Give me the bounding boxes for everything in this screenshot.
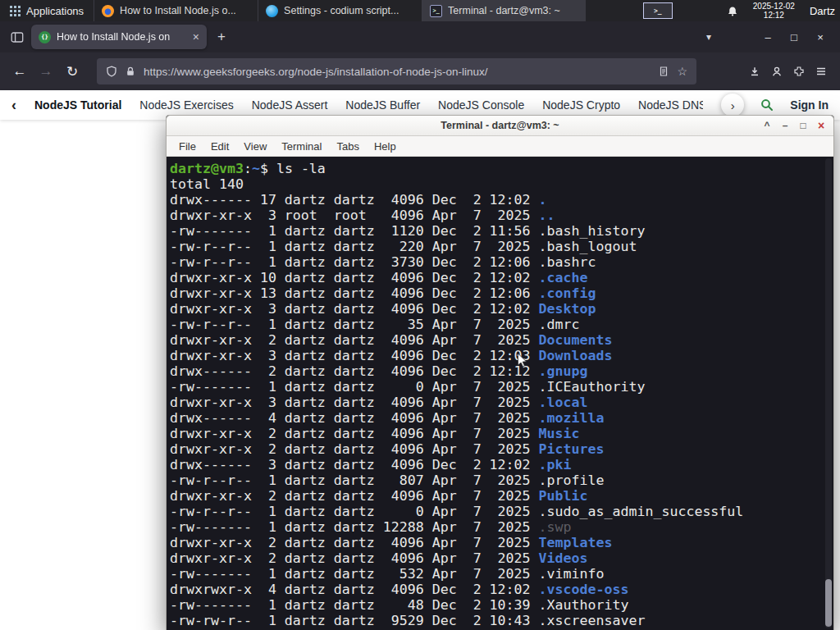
terminal-line: -rw-r--r-- 1 dartz dartz 0 Apr 7 2025 .s… bbox=[170, 504, 833, 519]
browser-tab[interactable]: {} How to Install Node.js on × bbox=[31, 25, 207, 49]
task-title: Settings - codium script... bbox=[284, 5, 399, 16]
tray-terminal-icon[interactable]: >_ bbox=[643, 2, 673, 19]
clock[interactable]: 2025-12-02 12:12 bbox=[753, 2, 795, 20]
nav-link[interactable]: NodeJS Assert bbox=[252, 98, 328, 112]
terminal-line: drwxr-xr-x 13 dartz dartz 4096 Dec 2 12:… bbox=[170, 285, 833, 301]
clock-time: 12:12 bbox=[753, 11, 795, 20]
nav-link[interactable]: NodeJS Buffer bbox=[345, 98, 420, 112]
terminal-window: Terminal - dartz@vm3: ~ ^ – □ × FileEdit… bbox=[166, 115, 834, 630]
terminal-menu-help[interactable]: Help bbox=[367, 140, 404, 153]
terminal-line: drwx------ 2 dartz dartz 4096 Dec 2 12:1… bbox=[170, 363, 833, 379]
sign-in-button[interactable]: Sign In bbox=[790, 98, 829, 112]
task-title: Terminal - dartz@vm3: ~ bbox=[448, 5, 560, 16]
terminal-line: drwxr-xr-x 3 root root 4096 Apr 7 2025 .… bbox=[170, 208, 833, 223]
terminal-line: -rw-r--r-- 1 dartz dartz 220 Apr 7 2025 … bbox=[170, 239, 833, 254]
reload-button[interactable]: ↻ bbox=[59, 58, 85, 84]
gfg-logo-glyph: {} bbox=[41, 34, 48, 40]
nav-link[interactable]: NodeJS Crypto bbox=[542, 98, 620, 112]
back-button[interactable]: ← bbox=[7, 58, 33, 84]
bookmark-star-icon[interactable]: ☆ bbox=[677, 65, 687, 78]
terminal-line: -rw------- 1 dartz dartz 1120 Dec 2 11:5… bbox=[170, 223, 833, 239]
applications-menu[interactable]: Applications bbox=[0, 0, 94, 21]
panel-task[interactable]: >_Terminal - dartz@vm3: ~ bbox=[422, 0, 586, 21]
tabstrip-right: ▾ – □ × bbox=[699, 25, 833, 48]
prompt-symbol: $ bbox=[260, 161, 268, 176]
account-icon[interactable] bbox=[771, 66, 783, 77]
firefox-view-icon[interactable] bbox=[7, 26, 28, 48]
firefox-icon bbox=[102, 5, 114, 17]
url-bar[interactable]: https://www.geeksforgeeks.org/node-js/in… bbox=[97, 58, 696, 84]
terminal-line: -rw-rw-r-- 1 dartz dartz 9529 Dec 2 10:4… bbox=[170, 613, 833, 628]
terminal-menu-file[interactable]: File bbox=[171, 140, 203, 153]
shield-icon[interactable] bbox=[106, 66, 117, 77]
chevron-right-icon: › bbox=[731, 98, 735, 112]
terminal-line: -rw-r--r-- 1 dartz dartz 35 Apr 7 2025 .… bbox=[170, 317, 833, 332]
terminal-content[interactable]: dartz@vm3:~$ ls -la total 140 drwx------… bbox=[167, 157, 833, 630]
nav-link[interactable]: NodeJS Exercises bbox=[139, 98, 233, 112]
terminal-titlebar[interactable]: Terminal - dartz@vm3: ~ ^ – □ × bbox=[167, 116, 833, 136]
forward-button[interactable]: → bbox=[33, 58, 59, 84]
reader-mode-icon[interactable] bbox=[658, 66, 669, 77]
menu-icon[interactable] bbox=[815, 66, 827, 77]
terminal-menu-tabs[interactable]: Tabs bbox=[329, 140, 366, 153]
task-title: How to Install Node.js o... bbox=[120, 5, 236, 16]
browser-toolbar: ← → ↻ https://www.geeksforgeeks.org/node… bbox=[0, 52, 840, 90]
terminal-window-controls: ^ – □ × bbox=[758, 116, 830, 135]
panel-task[interactable]: How to Install Node.js o... bbox=[94, 0, 258, 21]
terminal-line: drwxr-xr-x 10 dartz dartz 4096 Dec 2 12:… bbox=[170, 270, 833, 285]
gfg-nav-links: NodeJS ExercisesNodeJS AssertNodeJS Buff… bbox=[139, 98, 703, 112]
list-all-tabs-icon[interactable]: ▾ bbox=[699, 31, 719, 43]
lock-icon[interactable] bbox=[125, 66, 136, 77]
nav-link[interactable]: NodeJS DNS bbox=[638, 98, 703, 112]
browser-close-button[interactable]: × bbox=[807, 25, 833, 48]
browser-window-controls: – □ × bbox=[755, 25, 833, 48]
terminal-shade-button[interactable]: ^ bbox=[758, 120, 776, 131]
search-icon[interactable] bbox=[760, 98, 774, 112]
terminal-line: -rw------- 1 dartz dartz 532 Apr 7 2025 … bbox=[170, 566, 833, 582]
panel-task[interactable]: Settings - codium script... bbox=[258, 0, 422, 21]
gfg-nav-right: › Sign In bbox=[721, 94, 829, 116]
terminal-menubar: FileEditViewTerminalTabsHelp bbox=[167, 136, 833, 157]
terminal-line: drwxr-xr-x 3 dartz dartz 4096 Dec 2 12:0… bbox=[170, 301, 833, 317]
browser-tabstrip: {} How to Install Node.js on × + ▾ – □ × bbox=[0, 21, 840, 52]
browser-minimize-button[interactable]: – bbox=[755, 25, 781, 48]
new-tab-button[interactable]: + bbox=[210, 25, 233, 48]
terminal-glyph: >_ bbox=[654, 7, 662, 15]
terminal-line: drwx------ 17 dartz dartz 4096 Dec 2 12:… bbox=[170, 192, 833, 208]
terminal-line: drwxr-xr-x 2 dartz dartz 4096 Apr 7 2025… bbox=[170, 332, 833, 348]
terminal-line: -rw-r--r-- 1 dartz dartz 3730 Dec 2 12:0… bbox=[170, 254, 833, 270]
terminal-line: drwxrwxr-x 4 dartz dartz 4096 Dec 2 12:0… bbox=[170, 582, 833, 597]
scrollbar-thumb[interactable] bbox=[825, 579, 832, 627]
terminal-line: -rw-r--r-- 1 dartz dartz 807 Apr 7 2025 … bbox=[170, 472, 833, 488]
url-text: https://www.geeksforgeeks.org/node-js/in… bbox=[144, 66, 651, 78]
terminal-line: drwxr-xr-x 2 dartz dartz 4096 Apr 7 2025… bbox=[170, 535, 833, 550]
nav-link-active[interactable]: NodeJS Tutorial bbox=[34, 98, 121, 112]
nav-scroll-left-icon[interactable]: ‹ bbox=[11, 97, 16, 114]
terminal-line: drwxr-xr-x 3 dartz dartz 4096 Apr 7 2025… bbox=[170, 395, 833, 410]
terminal-maximize-button[interactable]: □ bbox=[794, 120, 812, 131]
browser-maximize-button[interactable]: □ bbox=[781, 25, 807, 48]
terminal-menu-terminal[interactable]: Terminal bbox=[274, 140, 329, 153]
notification-bell-icon[interactable] bbox=[727, 6, 738, 16]
prompt-user-host: dartz@vm3 bbox=[170, 161, 244, 176]
terminal-line: drwx------ 4 dartz dartz 4096 Apr 7 2025… bbox=[170, 410, 833, 426]
nav-link[interactable]: NodeJS Console bbox=[438, 98, 524, 112]
extensions-icon[interactable] bbox=[793, 66, 805, 77]
panel-task-list: How to Install Node.js o...Settings - co… bbox=[94, 0, 586, 21]
downloads-icon[interactable] bbox=[749, 66, 760, 77]
terminal-line: drwxr-xr-x 2 dartz dartz 4096 Apr 7 2025… bbox=[170, 550, 833, 566]
terminal-scrollbar[interactable] bbox=[825, 158, 832, 628]
tab-close-icon[interactable]: × bbox=[193, 30, 199, 43]
terminal-menu-edit[interactable]: Edit bbox=[203, 140, 236, 153]
applications-label: Applications bbox=[26, 5, 84, 17]
user-menu[interactable]: Dartz bbox=[810, 5, 835, 17]
mouse-cursor bbox=[517, 353, 528, 369]
clock-date: 2025-12-02 bbox=[753, 2, 795, 11]
nav-scroll-right-button[interactable]: › bbox=[721, 94, 744, 116]
terminal-minimize-button[interactable]: – bbox=[776, 120, 794, 131]
terminal-close-button[interactable]: × bbox=[812, 119, 830, 132]
terminal-menu-view[interactable]: View bbox=[236, 140, 274, 153]
terminal-listing: drwx------ 17 dartz dartz 4096 Dec 2 12:… bbox=[170, 192, 833, 628]
terminal-line: drwxr-xr-x 2 dartz dartz 4096 Apr 7 2025… bbox=[170, 441, 833, 457]
codium-icon bbox=[266, 5, 278, 17]
